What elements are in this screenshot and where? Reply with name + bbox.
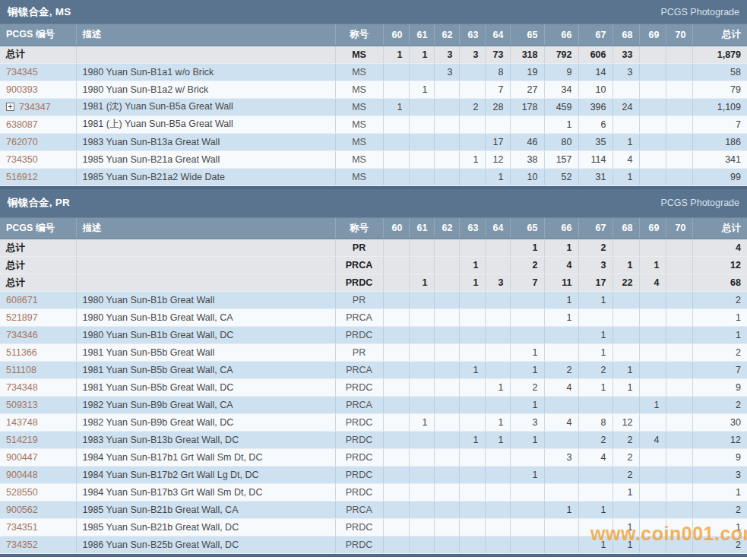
grade-68-count — [612, 397, 639, 414]
pcgs-number-link[interactable]: 900562 — [0, 501, 76, 519]
table-row: 5093131982 Yuan Sun-B9b Great Wall, CAPR… — [0, 397, 747, 414]
column-header-grade-64: 64 — [485, 218, 510, 239]
grade-62-count — [434, 484, 459, 501]
pcgs-number-link[interactable]: 528550 — [0, 484, 76, 501]
photograde-link[interactable]: PCGS Photograde — [660, 198, 739, 208]
pcgs-number-link[interactable]: 638087 — [0, 115, 76, 133]
total-count: 1,879 — [692, 46, 747, 63]
pcgs-number-link[interactable]: 514219 — [0, 432, 76, 449]
grade-63-count — [459, 81, 485, 98]
grade-68-count: 12 — [612, 414, 639, 432]
pcgs-number-link[interactable]: 900447 — [0, 449, 76, 467]
grade-67-count: 10 — [578, 81, 612, 98]
column-header-grade-70: 70 — [666, 24, 692, 46]
pcgs-number-link[interactable]: 516912 — [0, 168, 76, 185]
section-copper-nickel-pr: 铜镍合金, PR PCGS Photograde PCGS 编号描述称号6061… — [0, 186, 747, 558]
grade-69-count — [639, 150, 666, 168]
photograde-link[interactable]: PCGS Photograde — [660, 7, 739, 17]
grade-61-count — [409, 432, 434, 449]
grade-66-count — [544, 519, 578, 536]
pcgs-number-link[interactable]: 509313 — [0, 397, 76, 414]
grade-67-count: 8 — [578, 414, 612, 432]
coin-description: 1980 Yuan Sun-B1b Great Wall — [76, 292, 335, 309]
pcgs-number-link[interactable]: +734347 — [0, 98, 76, 115]
grade-68-count: 22 — [612, 274, 639, 292]
grade-63-count — [459, 467, 485, 484]
pcgs-number-link[interactable]: 521897 — [0, 309, 76, 327]
total-count: 3 — [692, 467, 747, 484]
grade-63-count — [459, 239, 485, 257]
grade-62-count — [434, 414, 459, 432]
table-row: 5169121985 Yuan Sun-B21a2 Wide DateMS110… — [0, 168, 747, 185]
grade-70-count — [666, 46, 692, 63]
total-count: 1 — [692, 484, 747, 501]
grade-70-count — [666, 292, 692, 309]
pcgs-number-link[interactable]: 734345 — [0, 63, 76, 81]
pcgs-number-link[interactable]: 143748 — [0, 414, 76, 432]
designation: PRCA — [335, 257, 383, 274]
grade-60-count — [383, 379, 409, 397]
grade-61-count — [409, 467, 434, 484]
grade-64-count: 12 — [485, 150, 510, 168]
total-count: 2 — [692, 344, 747, 362]
pcgs-number-link[interactable]: 762070 — [0, 133, 76, 150]
coin-description: 1980 Yuan Sun-B1b Great Wall, DC — [76, 327, 335, 344]
grade-63-count — [459, 327, 485, 344]
pcgs-number-link[interactable]: 734352 — [0, 536, 76, 554]
grade-61-count — [409, 168, 434, 185]
column-header-pcgs-number: PCGS 编号 — [0, 218, 76, 239]
column-header-description: 描述 — [76, 218, 335, 239]
grade-65-count: 38 — [510, 150, 544, 168]
pcgs-number-link[interactable]: 734351 — [0, 519, 76, 536]
grade-69-count — [639, 309, 666, 327]
grade-69-count: 4 — [639, 432, 666, 449]
grade-69-count — [639, 168, 666, 185]
coin-description: 1986 Yuan Sun-B25b Great Wall, DC — [76, 536, 335, 554]
grade-62-count — [434, 344, 459, 362]
grade-66-count — [544, 536, 578, 554]
designation: PRDC — [335, 519, 383, 536]
grade-68-count — [612, 327, 639, 344]
grade-68-count — [612, 115, 639, 133]
grade-70-count — [666, 501, 692, 519]
pcgs-number-link[interactable]: 608671 — [0, 292, 76, 309]
grade-69-count — [639, 292, 666, 309]
pcgs-number-link[interactable]: 900448 — [0, 467, 76, 484]
grade-70-count — [666, 379, 692, 397]
grade-64-count — [485, 309, 510, 327]
designation: PRDC — [335, 327, 383, 344]
grade-63-count: 3 — [459, 46, 485, 63]
pcgs-number-link[interactable]: 511366 — [0, 344, 76, 362]
grade-61-count — [409, 519, 434, 536]
grade-67-count: 2 — [578, 432, 612, 449]
grade-63-count — [459, 309, 485, 327]
grade-61-count — [409, 484, 434, 501]
pcgs-number-link[interactable]: 734348 — [0, 379, 76, 397]
pcgs-number-link[interactable]: 734346 — [0, 327, 76, 344]
designation: MS — [335, 115, 383, 133]
pcgs-number-link[interactable]: 900393 — [0, 81, 76, 98]
column-header-total: 总计 — [692, 218, 747, 239]
table-row: 7343461980 Yuan Sun-B1b Great Wall, DCPR… — [0, 327, 747, 344]
column-header-designation: 称号 — [335, 24, 383, 46]
grade-70-count — [666, 168, 692, 185]
table-row: 7343481981 Yuan Sun-B5b Great Wall, DCPR… — [0, 379, 747, 397]
expand-plus-icon[interactable]: + — [6, 103, 14, 111]
designation: MS — [335, 133, 383, 150]
column-header-grade-69: 69 — [639, 218, 666, 239]
grade-69-count — [639, 414, 666, 432]
column-header-grade-60: 60 — [383, 218, 409, 239]
designation: PRCA — [335, 362, 383, 379]
pcgs-number-link[interactable]: 511108 — [0, 362, 76, 379]
column-header-description: 描述 — [76, 24, 335, 46]
table-row: 5111081981 Yuan Sun-B5b Great Wall, CAPR… — [0, 362, 747, 379]
grade-69-count: 1 — [639, 257, 666, 274]
total-count: 1 — [692, 327, 747, 344]
total-count: 68 — [692, 274, 747, 292]
grade-65-count: 1 — [510, 344, 544, 362]
grade-60-count — [383, 239, 409, 257]
grade-66-count: 1 — [544, 115, 578, 133]
pcgs-number-link[interactable]: 734350 — [0, 150, 76, 168]
table-row: 7343521986 Yuan Sun-B25b Great Wall, DCP… — [0, 536, 747, 554]
grade-61-count: 1 — [409, 274, 434, 292]
